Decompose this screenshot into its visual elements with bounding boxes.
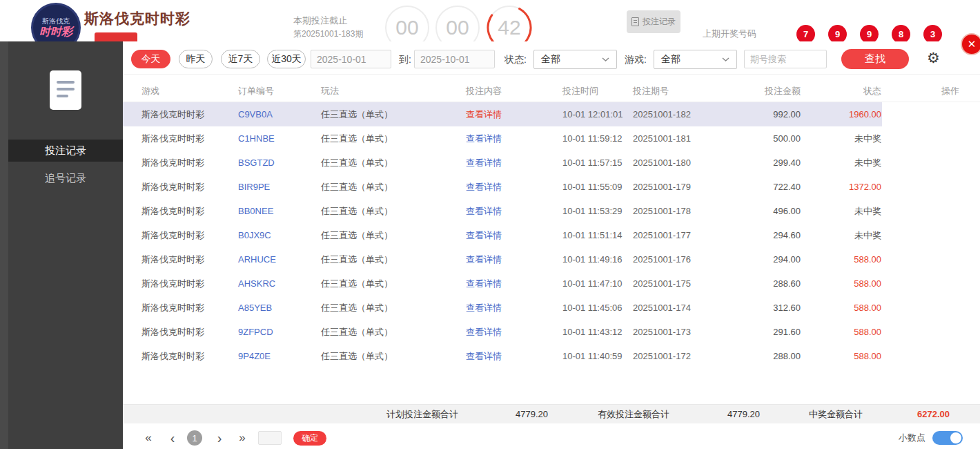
cell-amount: 299.40 (723, 151, 801, 175)
win-total-value: 6272.00 (917, 409, 950, 419)
cell-actions (881, 223, 970, 247)
cell-order-id-link[interactable]: 9ZFPCD (238, 320, 321, 344)
decimal-toggle-switch[interactable] (932, 431, 963, 445)
last-page-icon[interactable]: » (234, 428, 251, 448)
cell-game: 斯洛伐克时时彩 (141, 344, 238, 368)
cell-game: 斯洛伐克时时彩 (141, 199, 238, 223)
cell-play-type: 任三直选（单式） (321, 151, 466, 175)
gear-icon[interactable]: ⚙ (927, 50, 940, 66)
cell-order-id-link[interactable]: A85YEB (238, 296, 321, 320)
date-to-input[interactable] (414, 50, 495, 68)
cell-bet-time: 10-01 11:49:16 (562, 247, 633, 271)
page-confirm-button[interactable]: 确定 (293, 431, 326, 446)
period-search-input[interactable] (744, 50, 827, 68)
quick-filter-30days[interactable]: 近30天 (267, 50, 306, 68)
last-draw-label: 上期开奖号码 (703, 28, 756, 40)
cell-order-id-link[interactable]: BIR9PE (238, 175, 321, 199)
page-title: 斯洛伐克时时彩 (84, 9, 190, 28)
sidebar-item-bet-records[interactable]: 投注记录 (8, 140, 123, 162)
header-status: 状态 (801, 85, 881, 97)
quick-filter-7days[interactable]: 近7天 (221, 50, 260, 68)
cell-order-id-link[interactable]: AHSKRC (238, 271, 321, 296)
cell-period: 20251001-176 (633, 247, 723, 271)
date-from-input[interactable] (311, 50, 391, 68)
cell-status: 未中奖 (801, 126, 881, 151)
cell-order-id-link[interactable]: B0JX9C (238, 223, 321, 247)
next-page-icon[interactable]: › (211, 428, 228, 448)
cell-amount: 291.60 (723, 320, 801, 344)
overlay-dim (0, 41, 8, 449)
cell-period: 20251001-174 (633, 296, 723, 320)
cell-bet-time: 10-01 11:55:09 (562, 175, 633, 199)
table-row: 斯洛伐克时时彩 A85YEB 任三直选（单式） 查看详情 10-01 11:45… (123, 296, 980, 320)
table-row: 斯洛伐克时时彩 AHSKRC 任三直选（单式） 查看详情 10-01 11:47… (123, 271, 980, 296)
cell-play-type: 任三直选（单式） (321, 199, 466, 223)
cell-bet-time: 10-01 11:40:59 (562, 344, 633, 368)
bet-record-button[interactable]: 投注记录 (627, 10, 680, 33)
cell-bet-time: 10-01 11:59:12 (562, 126, 633, 151)
cell-play-type: 任三直选（单式） (321, 320, 466, 344)
cell-amount: 312.60 (723, 296, 801, 320)
cell-game: 斯洛伐克时时彩 (141, 247, 238, 271)
filter-divider (123, 74, 980, 75)
sidebar-item-chase-records[interactable]: 追号记录 (8, 167, 123, 189)
page-jump-input[interactable] (258, 431, 282, 445)
cell-order-id-link[interactable]: BSGTZD (238, 151, 321, 175)
cell-actions (881, 296, 970, 320)
close-button[interactable]: ✕ (961, 33, 980, 55)
view-detail-link[interactable]: 查看详情 (466, 175, 562, 199)
quick-filter-today[interactable]: 今天 (131, 50, 170, 68)
view-detail-link[interactable]: 查看详情 (466, 199, 562, 223)
cell-amount: 496.00 (723, 199, 801, 223)
search-button[interactable]: 查找 (841, 49, 909, 69)
cell-order-id-link[interactable]: BB0NEE (238, 199, 321, 223)
view-detail-link[interactable]: 查看详情 (466, 271, 562, 296)
view-detail-link[interactable]: 查看详情 (466, 296, 562, 320)
cell-actions (881, 271, 970, 296)
view-detail-link[interactable]: 查看详情 (466, 247, 562, 271)
cell-play-type: 任三直选（单式） (321, 344, 466, 368)
cell-order-id-link[interactable]: ARHUCE (238, 247, 321, 271)
current-page-badge[interactable]: 1 (187, 430, 202, 446)
cell-play-type: 任三直选（单式） (321, 271, 466, 296)
cell-actions (881, 344, 970, 368)
cell-status: 588.00 (801, 344, 881, 368)
cell-game: 斯洛伐克时时彩 (141, 320, 238, 344)
valid-total-label: 有效投注金额合计 (598, 408, 669, 421)
background-page-header: 斯洛伐克 时时彩 斯洛伐克时时彩 本期投注截止 第20251001-183期 0… (0, 0, 980, 41)
cell-status: 未中奖 (801, 223, 881, 247)
header-play-type: 玩法 (321, 85, 466, 97)
logo-text-bottom: 时时彩 (39, 26, 72, 38)
cell-amount: 722.40 (723, 175, 801, 199)
draw-number-ball: 8 (892, 25, 910, 44)
cell-game: 斯洛伐克时时彩 (141, 296, 238, 320)
cell-order-id-link[interactable]: 9P4Z0E (238, 344, 321, 368)
cell-actions (881, 199, 970, 223)
first-page-icon[interactable]: « (140, 428, 157, 448)
cell-play-type: 任三直选（单式） (321, 126, 466, 151)
view-detail-link[interactable]: 查看详情 (466, 126, 562, 151)
status-select[interactable]: 全部 (533, 50, 617, 69)
cell-actions (881, 175, 970, 199)
table-row: 斯洛伐克时时彩 9P4Z0E 任三直选（单式） 查看详情 10-01 11:40… (123, 344, 980, 368)
deadline-label: 本期投注截止 (293, 15, 347, 27)
cell-play-type: 任三直选（单式） (321, 223, 466, 247)
cell-order-id-link[interactable]: C1HNBE (238, 126, 321, 151)
game-select[interactable]: 全部 (654, 50, 737, 69)
prev-page-icon[interactable]: ‹ (164, 428, 181, 448)
cell-amount: 288.60 (723, 271, 801, 296)
view-detail-link[interactable]: 查看详情 (466, 320, 562, 344)
cell-status: 未中奖 (801, 199, 881, 223)
cell-order-id-link[interactable]: C9VB0A (238, 102, 321, 126)
logo-text-top: 斯洛伐克 (42, 17, 70, 26)
view-detail-link[interactable]: 查看详情 (466, 223, 562, 247)
header-order-id: 订单编号 (238, 85, 321, 97)
quick-filter-yesterday[interactable]: 昨天 (179, 50, 213, 68)
cell-amount: 500.00 (723, 126, 801, 151)
view-detail-link[interactable]: 查看详情 (466, 102, 562, 126)
view-detail-link[interactable]: 查看详情 (466, 344, 562, 368)
cell-bet-time: 10-01 11:57:15 (562, 151, 633, 175)
cell-period: 20251001-182 (633, 102, 723, 126)
valid-total-value: 4779.20 (727, 409, 760, 419)
view-detail-link[interactable]: 查看详情 (466, 151, 562, 175)
